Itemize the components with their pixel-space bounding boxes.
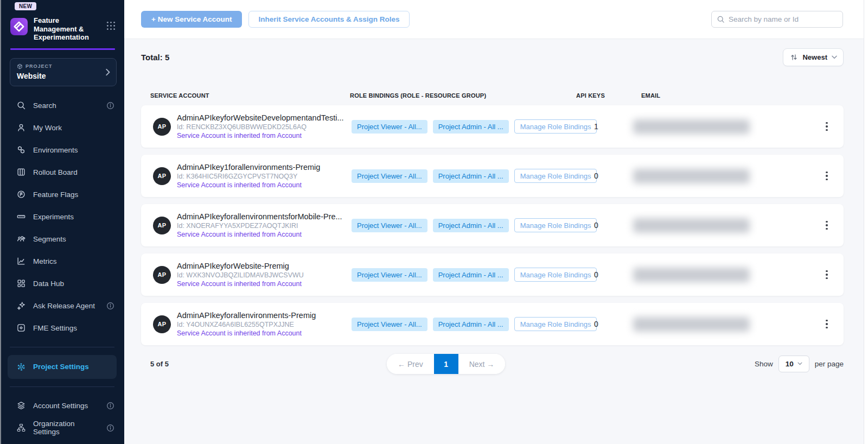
sidebar-item-project-settings[interactable]: Project Settings [8,355,117,379]
kebab-icon [824,169,830,183]
service-account-name: AdminAPIkeyforWebsite-Premig [177,262,304,270]
sidebar-item-experiments[interactable]: Experiments [0,206,124,228]
app-switcher-icon[interactable] [106,21,116,30]
service-account-name: AdminAPIkeyforWebsiteDevelopmentandTesti… [177,113,344,122]
app-logo-icon [10,17,28,36]
role-badge-admin: Project Admin - All ... [433,318,509,331]
service-account-list: AP AdminAPIkeyforWebsiteDevelopmentandTe… [141,105,844,345]
inherited-note: Service Account is inherited from Accoun… [177,132,344,139]
row-menu-button[interactable] [810,268,844,282]
pager: ← Prev 1 Next → [387,354,505,374]
page-count: 5 of 5 [141,360,169,368]
info-icon[interactable] [106,402,114,410]
avatar: AP [153,315,171,333]
search-icon [16,100,26,110]
per-page-select[interactable]: 10 [778,356,809,372]
service-account-id: Id: XNOERAFYYA5XPDEZ7AOQTJKIRI [177,222,342,230]
chart-icon [16,256,26,266]
column-role-bindings: ROLE BINDINGS (ROLE - RESOURCE GROUP) [350,92,576,99]
role-badge-viewer: Project Viewer - All... [352,318,427,331]
per-page-label: per page [815,360,844,368]
current-page-button[interactable]: 1 [434,354,458,374]
toolbar: + New Service Account Inherit Service Ac… [124,0,868,39]
manage-role-bindings-button[interactable]: Manage Role Bindings [514,317,597,331]
show-label: Show [755,360,773,368]
table-row: AP AdminAPIkeyforWebsiteDevelopmentandTe… [141,105,844,148]
manage-role-bindings-button[interactable]: Manage Role Bindings [514,268,597,282]
table-row: AP AdminAPIkey1forallenvironments-Premig… [141,155,844,197]
next-page-button[interactable]: Next → [458,354,506,374]
sidebar-item-metrics[interactable]: Metrics [0,250,124,272]
sidebar-item-my-work[interactable]: My Work [0,117,124,139]
environments-icon [16,145,26,155]
divider [10,386,114,387]
service-account-name: AdminAPIkey1forallenvironments-Premig [177,163,320,172]
table-header: SERVICE ACCOUNT ROLE BINDINGS (ROLE - RE… [141,92,844,99]
sidebar-item-account-settings[interactable]: Account Settings [0,395,124,417]
service-account-id: Id: WXK3NVOJBQZILIDMAVBJWCSVWU [177,271,304,279]
inherited-note: Service Account is inherited from Accoun… [177,231,342,238]
service-account-id: Id: RENCKBZ3XQ6UBBWWEDKD25L6AQ [177,123,344,131]
info-icon[interactable] [106,102,114,110]
user-icon [16,123,26,132]
inherited-note: Service Account is inherited from Accoun… [177,280,304,288]
email-redacted [633,268,750,282]
role-badge-viewer: Project Viewer - All... [352,268,427,282]
manage-role-bindings-button[interactable]: Manage Role Bindings [514,218,597,232]
kebab-icon [824,318,830,331]
new-service-account-button[interactable]: + New Service Account [141,11,242,28]
role-badge-admin: Project Admin - All ... [433,120,509,134]
sidebar-item-segments[interactable]: Segments [0,228,124,250]
role-badge-viewer: Project Viewer - All... [352,120,427,134]
project-name: Website [17,72,110,80]
manage-role-bindings-button[interactable]: Manage Role Bindings [514,169,597,183]
people-icon [16,234,26,244]
info-icon[interactable] [106,302,114,310]
table-row: AP AdminAPIkeyforallenvironmentsforMobil… [141,204,844,246]
scrollbar-track[interactable] [864,0,868,444]
kebab-icon [824,219,830,232]
grid-icon [16,278,26,288]
sidebar-item-fme-settings[interactable]: FME Settings [0,317,124,339]
sidebar-item-data-hub[interactable]: Data Hub [0,272,124,295]
total-count: Total: 5 [141,53,169,62]
avatar: AP [153,118,171,136]
prev-page-button[interactable]: ← Prev [387,354,434,374]
sidebar: NEW Feature Management & Experimentation [0,0,124,444]
sidebar-item-rollout-board[interactable]: Rollout Board [0,161,124,183]
new-badge: NEW [15,2,36,10]
sidebar-item-search[interactable]: Search [0,94,124,117]
search-input[interactable] [729,15,838,23]
row-menu-button[interactable] [810,219,844,232]
inherit-service-accounts-button[interactable]: Inherit Service Accounts & Assign Roles [248,11,409,28]
row-menu-button[interactable] [810,120,844,134]
email-redacted [633,169,750,183]
project-label: PROJECT [25,64,53,69]
avatar: AP [153,266,171,284]
sidebar-item-ask-release-agent[interactable]: Ask Release Agent [0,295,124,317]
row-menu-button[interactable] [810,169,844,183]
sidebar-item-environments[interactable]: Environments [0,139,124,161]
column-service-account: SERVICE ACCOUNT [150,92,350,99]
table-row: AP AdminAPIkeyforWebsite-Premig Id: WXK3… [141,253,844,296]
role-badge-admin: Project Admin - All ... [433,219,509,232]
sort-dropdown[interactable]: Newest [783,48,844,66]
kebab-icon [824,268,830,282]
gear-icon [16,362,26,372]
email-redacted [633,317,750,332]
org-icon [16,423,26,433]
project-selector[interactable]: PROJECT Website [10,58,117,86]
board-icon [16,167,26,177]
service-account-id: Id: K364HIC5RI6GZGYCPVST7NOQ3Y [177,173,320,180]
manage-role-bindings-button[interactable]: Manage Role Bindings [514,119,597,134]
email-redacted [633,218,750,233]
per-page-value: 10 [786,360,794,368]
sidebar-item-organization-settings[interactable]: Organization Settings [0,417,124,439]
pagination: 5 of 5 ← Prev 1 Next → Show 10 per page [141,353,844,375]
row-menu-button[interactable] [810,318,844,331]
sidebar-item-feature-flags[interactable]: Feature Flags [0,183,124,206]
sort-value: Newest [802,53,827,61]
info-icon[interactable] [106,424,114,432]
fme-icon [16,323,26,333]
search-field[interactable] [711,11,843,28]
